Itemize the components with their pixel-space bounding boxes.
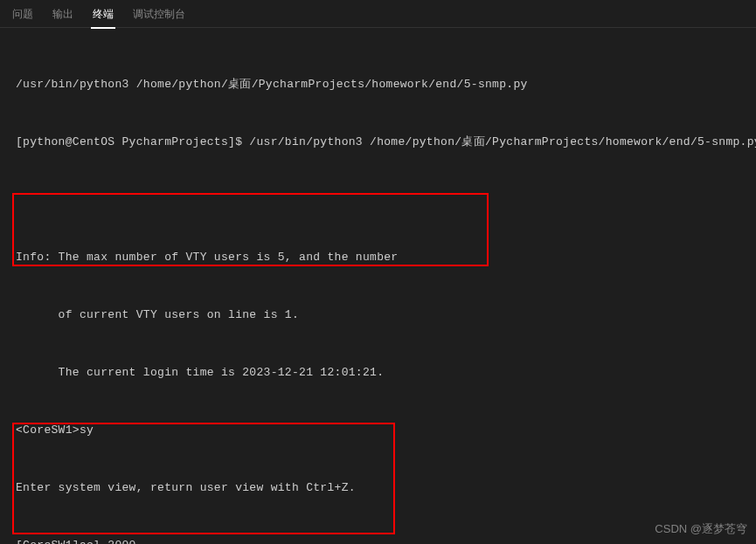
terminal-line: of current VTY users on line is 1.	[16, 306, 740, 325]
terminal-line: [CoreSW1]acl 2000	[16, 536, 740, 544]
watermark: CSDN @逐梦苍穹	[655, 521, 747, 537]
terminal-line	[16, 190, 740, 210]
terminal-line: <CoreSW1>sy	[16, 421, 740, 440]
tab-output[interactable]: 输出	[51, 3, 75, 29]
terminal-line: /usr/bin/python3 /home/python/桌面/Pycharm…	[16, 75, 740, 94]
panel-tabs: 问题 输出 终端 调试控制台	[0, 0, 756, 28]
terminal-line: Enter system view, return user view with…	[16, 479, 740, 498]
terminal-output[interactable]: /usr/bin/python3 /home/python/桌面/Pycharm…	[0, 28, 756, 544]
terminal-line: The current login time is 2023-12-21 12:…	[16, 363, 740, 382]
terminal-line: [python@CentOS PycharmProjects]$ /usr/bi…	[16, 133, 740, 152]
terminal-line: Info: The max number of VTY users is 5, …	[16, 248, 740, 267]
tab-terminal[interactable]: 终端	[91, 3, 115, 29]
tab-problems[interactable]: 问题	[10, 3, 35, 29]
tab-debug-console[interactable]: 调试控制台	[131, 3, 187, 29]
